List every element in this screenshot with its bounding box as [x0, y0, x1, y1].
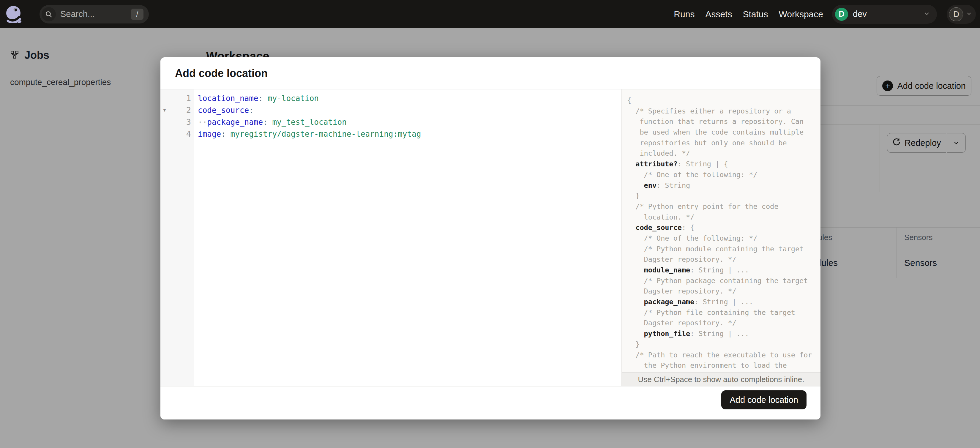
nav-link-runs[interactable]: Runs	[674, 9, 695, 19]
schema-line: code_source: {	[627, 222, 821, 233]
top-navbar: Search... / RunsAssetsStatusWorkspace D …	[0, 0, 980, 28]
schema-line: package_name: String | ...	[627, 297, 821, 308]
schema-line: Dagster repository. */	[627, 254, 821, 265]
avatar: D	[949, 7, 963, 21]
schema-line: repositories but only one should be	[627, 138, 821, 149]
nav-link-assets[interactable]: Assets	[705, 9, 732, 19]
schema-lines: { /* Specifies either a repository or a …	[627, 95, 821, 371]
nav-link-workspace[interactable]: Workspace	[779, 9, 823, 19]
schema-line: attribute?: String | {	[627, 159, 821, 170]
schema-line: /* Python package containing the target	[627, 276, 821, 286]
search-icon	[41, 7, 56, 21]
search-placeholder: Search...	[60, 9, 131, 19]
dagster-logo[interactable]	[5, 6, 22, 23]
code-line-4: image: myregistry/dagster-machine-learni…	[198, 128, 622, 140]
deployment-avatar: D	[835, 8, 848, 21]
schema-line: /* One of the following: */	[627, 170, 821, 180]
schema-line: }	[627, 339, 821, 350]
dialog-footer: Add code location	[161, 386, 821, 419]
chevron-down-icon	[923, 10, 931, 18]
line-number: 2	[186, 104, 191, 116]
schema-line: Dagster repository. */	[627, 318, 821, 329]
code-line-3: ··package_name: my_test_location	[198, 116, 622, 128]
schema-line: Dagster repository. */	[627, 286, 821, 297]
search-input[interactable]: Search... /	[40, 5, 149, 24]
fold-toggle-icon[interactable]: ▼	[162, 104, 167, 116]
dagster-app: Search... / RunsAssetsStatusWorkspace D …	[0, 0, 980, 448]
deployment-switcher[interactable]: D dev	[832, 5, 937, 24]
line-number: 1	[186, 92, 191, 104]
dialog-header: Add code location	[161, 57, 821, 89]
nav-links: RunsAssetsStatusWorkspace	[674, 9, 823, 19]
code-line-1: location_name: my-location	[198, 92, 622, 104]
schema-line: {	[627, 95, 821, 106]
schema-line: python_file: String | ...	[627, 329, 821, 339]
deployment-name: dev	[853, 9, 923, 19]
schema-line: /* Python entry point for the code	[627, 202, 821, 212]
schema-line: /* One of the following: */	[627, 233, 821, 244]
editor-gutter: 1▼234	[161, 89, 194, 386]
schema-line: env: String	[627, 180, 821, 191]
user-menu[interactable]: D	[947, 5, 976, 24]
gutter-line: 3	[161, 116, 194, 128]
schema-line: location. */	[627, 212, 821, 223]
autocomplete-hint: Use Ctrl+Space to show auto-completions …	[622, 372, 821, 386]
schema-line: }	[627, 191, 821, 202]
add-code-location-dialog: Add code location 1▼234 location_name: m…	[161, 57, 821, 419]
search-shortcut-badge: /	[131, 9, 143, 20]
schema-line: the Python environment to load the	[627, 361, 821, 371]
schema-line: /* Python file containing the target	[627, 308, 821, 318]
dialog-body: 1▼234 location_name: my-locationcode_sou…	[161, 89, 821, 386]
code-line-2: code_source:	[198, 104, 622, 116]
gutter-line: 4	[161, 128, 194, 140]
gutter-line: ▼2	[161, 104, 194, 116]
schema-line: /* Python module containing the target	[627, 244, 821, 254]
schema-line: function that returns a repository. Can	[627, 116, 821, 127]
schema-line: module_name: String | ...	[627, 265, 821, 276]
dialog-title: Add code location	[175, 67, 268, 79]
line-number: 4	[186, 128, 191, 140]
line-number: 3	[186, 116, 191, 128]
schema-line: /* Path to reach the executable to use f…	[627, 350, 821, 361]
nav-link-status[interactable]: Status	[743, 9, 768, 19]
yaml-editor[interactable]: location_name: my-locationcode_source:··…	[194, 89, 622, 386]
schema-line: be used when the code contains multiple	[627, 127, 821, 138]
schema-line: included. */	[627, 148, 821, 159]
add-code-location-submit-button[interactable]: Add code location	[721, 390, 807, 409]
schema-panel: { /* Specifies either a repository or a …	[622, 89, 821, 386]
schema-line: /* Specifies either a repository or a	[627, 106, 821, 117]
chevron-down-icon	[966, 10, 972, 18]
gutter-line: 1	[161, 92, 194, 104]
